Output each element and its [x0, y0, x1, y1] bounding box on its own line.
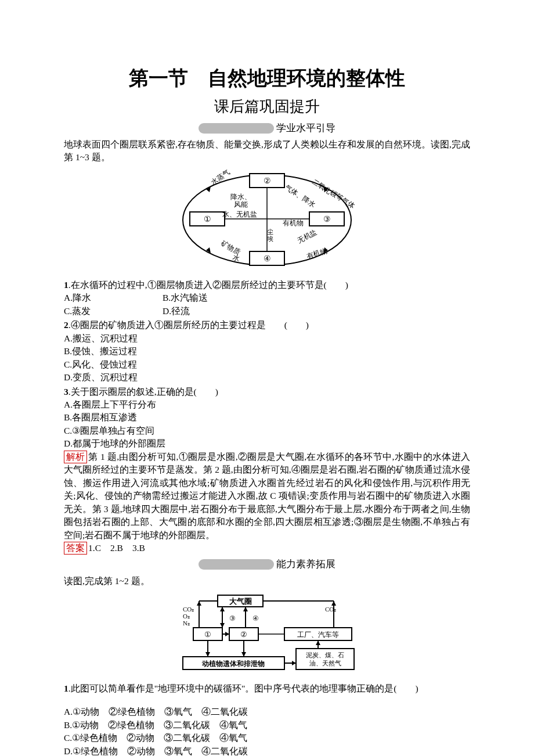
svg-marker-64	[292, 661, 296, 665]
q3-opt-d: D.都属于地球的外部圈层	[64, 437, 470, 450]
svg-text:气体、降水: 气体、降水	[283, 183, 317, 208]
s2-q1-opt-b: B.①动物 ②绿色植物 ③二氧化碳 ④氧气	[64, 719, 470, 732]
section-1-intro: 地球表面四个圈层联系紧密,存在物质、能量交换,形成了人类赖以生存和发展的自然环境…	[64, 138, 470, 164]
svg-marker-48	[225, 632, 229, 636]
answer-text: 1.C 2.B 3.B	[88, 543, 145, 553]
svg-text:水、无机盐: 水、无机盐	[222, 210, 257, 218]
s2-q1-stem: 1.此图可以简单看作是"地理环境中的碳循环"。图中序号代表的地理事物正确的是( …	[64, 682, 470, 695]
page-subtitle: 课后篇巩固提升	[64, 96, 470, 118]
svg-text:O₂: O₂	[183, 613, 190, 620]
q3-opt-c: C.③圈层单独占有空间	[64, 424, 470, 437]
svg-text:二氧化碳等气体: 二氧化碳等气体	[311, 177, 356, 210]
s2-q1-opt-a: A.①动物 ②绿色植物 ③氧气 ④二氧化碳	[64, 705, 470, 718]
svg-text:水蒸气: 水蒸气	[210, 169, 232, 186]
node-1: ①	[204, 215, 211, 224]
svg-marker-55	[241, 652, 246, 657]
q1-options-2: C.蒸发D.径流	[64, 305, 470, 318]
svg-text:CO₂: CO₂	[183, 606, 194, 613]
svg-text:大气圈: 大气圈	[229, 597, 252, 606]
pill-decoration	[199, 123, 274, 134]
svg-text:动植物遗体和排泄物: 动植物遗体和排泄物	[201, 660, 265, 668]
section-header-2: 能力素养拓展	[64, 557, 470, 572]
svg-text:CO₂: CO₂	[325, 606, 336, 613]
q2-stem: 2.④圈层的矿物质进入①圈层所经历的主要过程是 ( )	[64, 319, 470, 332]
pill-decoration-2	[199, 559, 274, 570]
svg-text:②: ②	[240, 630, 247, 639]
svg-marker-33	[197, 601, 201, 606]
svg-text:油、天然气: 油、天然气	[309, 660, 341, 667]
svg-text:有机物: 有机物	[283, 219, 304, 227]
q2-opt-c: C.风化、侵蚀过程	[64, 358, 470, 371]
svg-text:有机物: 有机物	[306, 246, 329, 260]
svg-text:④: ④	[252, 614, 259, 622]
q1-options: A.降水B.水汽输送	[64, 291, 470, 304]
svg-text:埃: 埃	[266, 235, 273, 242]
analysis-label: 解析	[64, 451, 87, 463]
svg-text:N₂: N₂	[183, 620, 190, 627]
analysis-block: 解析第 1 题,由图分析可知,①圈层是水圈,②圈层是大气圈,在水循环的各环节中,…	[64, 451, 470, 542]
svg-text:①: ①	[204, 630, 211, 639]
section-1-name: 学业水平引导	[276, 121, 335, 136]
svg-text:尘: 尘	[267, 228, 273, 235]
node-2: ②	[264, 177, 271, 185]
diagram-1: ② ① ③ ④ 水蒸气 降水、 风能 二氧化碳等气体 气体、降水 水、无机盐 有…	[64, 169, 470, 274]
q2-opt-d: D.变质、沉积过程	[64, 371, 470, 384]
svg-marker-39	[243, 607, 248, 611]
svg-marker-35	[220, 623, 225, 628]
svg-marker-57	[316, 640, 320, 645]
q2-opt-a: A.搬运、沉积过程	[64, 332, 470, 345]
page-title: 第一节 自然地理环境的整体性	[64, 64, 470, 92]
svg-text:风能: 风能	[234, 200, 248, 208]
svg-marker-42	[331, 601, 336, 606]
svg-text:工厂、汽车等: 工厂、汽车等	[297, 631, 339, 639]
answer-block: 答案1.C 2.B 3.B	[64, 542, 470, 555]
analysis-text: 第 1 题,由图分析可知,①圈层是水圈,②圈层是大气圈,在水循环的各环节中,水圈…	[64, 452, 470, 540]
svg-marker-36	[220, 607, 225, 611]
svg-text:无机盐: 无机盐	[296, 228, 318, 244]
q2-opt-b: B.侵蚀、搬运过程	[64, 345, 470, 358]
q3-opt-a: A.各圈层上下平行分布	[64, 398, 470, 411]
s2-q1-opt-c: C.①绿色植物 ②动物 ③二氧化碳 ④氧气	[64, 732, 470, 744]
section-2-name: 能力素养拓展	[276, 557, 335, 572]
svg-text:泥炭、煤、石: 泥炭、煤、石	[306, 651, 344, 658]
svg-marker-53	[205, 652, 210, 657]
s2-q1-opt-d: D.①绿色植物 ②动物 ③氧气 ④二氧化碳	[64, 745, 470, 756]
svg-text:降水、: 降水、	[230, 193, 251, 201]
q3-stem: 3.关于图示圈层的叙述,正确的是( )	[64, 386, 470, 398]
svg-text:矿物质: 矿物质	[219, 239, 242, 257]
q3-opt-b: B.各圈层相互渗透	[64, 411, 470, 424]
svg-text:③: ③	[229, 614, 236, 622]
node-3: ③	[323, 215, 331, 224]
node-4: ④	[264, 254, 271, 263]
section-2-intro: 读图,完成第 1~2 题。	[64, 575, 470, 588]
answer-label: 答案	[64, 542, 87, 555]
diagram-2: 大气圈 CO₂ O₂ N₂ CO₂ ③ ④ ① ② 工厂、汽车等	[64, 593, 470, 678]
section-header-1: 学业水平引导	[64, 121, 470, 136]
q1-stem: 1.在水循环的过程中,①圈层物质进入②圈层所经过的主要环节是( )	[64, 279, 470, 291]
